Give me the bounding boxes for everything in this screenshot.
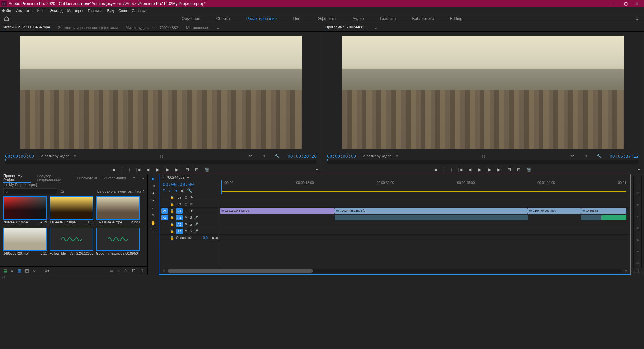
- sequence-tab[interactable]: 700244882: [166, 175, 184, 179]
- razor-tool-icon[interactable]: ✂: [152, 198, 155, 203]
- find-icon[interactable]: ⌕: [117, 268, 120, 273]
- goto-out-button[interactable]: ▶|: [175, 167, 179, 172]
- type-tool-icon[interactable]: T: [152, 228, 154, 233]
- lock-icon[interactable]: 🔒: [170, 229, 174, 233]
- program-zoom[interactable]: По размеру кадра: [361, 154, 391, 158]
- lock-icon[interactable]: 🔒: [170, 236, 174, 240]
- export-frame-button[interactable]: 📷: [204, 167, 209, 172]
- program-out-tc[interactable]: 00:05:37:12: [610, 154, 639, 159]
- overwrite-button[interactable]: ⊟: [195, 167, 198, 172]
- zoom-in-handle[interactable]: ○: [625, 269, 627, 273]
- timeline-tc[interactable]: 00:00:00:00: [163, 182, 216, 187]
- menu-Окно[interactable]: Окно: [118, 9, 127, 13]
- track-header-A1[interactable]: A1🔒A1MS🎤: [159, 214, 220, 221]
- assembly-icon[interactable]: ⬓: [3, 268, 7, 273]
- zoom-out-handle[interactable]: ○: [163, 269, 165, 273]
- add-button[interactable]: +: [316, 167, 318, 172]
- source-video-frame[interactable]: [20, 36, 302, 149]
- program-res[interactable]: 1/2: [569, 154, 574, 158]
- track-V3[interactable]: [220, 194, 630, 201]
- track-A1[interactable]: [220, 214, 630, 221]
- freeform-view-icon[interactable]: ▤: [25, 268, 29, 273]
- eye-icon[interactable]: 👁: [190, 196, 193, 199]
- sort-icon[interactable]: ≡▾: [45, 268, 49, 273]
- list-view-icon[interactable]: ≡: [11, 268, 13, 273]
- clip-item[interactable]: Follow_Me.mp32:26:12600: [50, 228, 93, 256]
- settings-icon[interactable]: 🔧: [275, 154, 280, 158]
- bracket-icon[interactable]: { }: [160, 154, 163, 158]
- voice-icon[interactable]: 🎤: [194, 216, 198, 219]
- eye-icon[interactable]: 👁: [190, 209, 193, 213]
- step-back-button[interactable]: ◀|: [146, 167, 150, 172]
- voice-icon[interactable]: 🎤: [194, 229, 198, 233]
- sync-lock-icon[interactable]: ⊡: [185, 209, 187, 213]
- master-value[interactable]: 0,0: [203, 236, 208, 240]
- lock-icon[interactable]: 🔒: [170, 196, 174, 199]
- project-tab-2[interactable]: Библиотеки: [77, 176, 97, 180]
- pen-tool-icon[interactable]: ✎: [152, 213, 155, 218]
- panel-menu-icon[interactable]: ≡: [187, 175, 189, 179]
- close-tab-icon[interactable]: ×: [162, 175, 164, 179]
- workspace-Аудио[interactable]: Аудио: [353, 16, 364, 21]
- time-ruler[interactable]: :00:0000:00:15:0000:00:30:0000:00:45:000…: [220, 180, 630, 194]
- timeline-clip[interactable]: [601, 215, 626, 220]
- mute-button[interactable]: M: [185, 216, 187, 219]
- track-target[interactable]: V3: [176, 195, 183, 200]
- project-tab-0[interactable]: Проект: My Project: [3, 173, 31, 183]
- track-A2[interactable]: [220, 221, 630, 228]
- eye-icon[interactable]: 👁: [190, 202, 193, 206]
- master-track[interactable]: 🔒Основной0,0▶◀: [159, 235, 220, 241]
- workspace-Сборка[interactable]: Сборка: [216, 16, 230, 21]
- timeline-clip[interactable]: ▭ 1164404097.mp4: [528, 208, 581, 214]
- panel-menu-icon[interactable]: ≡: [375, 26, 377, 30]
- workspace-Обучение[interactable]: Обучение: [182, 16, 200, 21]
- clip-item[interactable]: Good_Times.mp32:00:09504: [96, 228, 140, 256]
- menu-Клип[interactable]: Клип: [37, 9, 46, 13]
- menu-Вид[interactable]: Вид: [107, 9, 114, 13]
- goto-out-button[interactable]: ▶|: [497, 167, 501, 172]
- voice-icon[interactable]: 🎤: [194, 222, 198, 226]
- track-header-V3[interactable]: 🔒V3⊡👁: [159, 194, 220, 201]
- marker-button[interactable]: ◆: [112, 167, 115, 172]
- snap-icon[interactable]: ⚲: [163, 188, 166, 193]
- timeline-clip[interactable]: ▭ 700244882.mp4 [V]: [335, 208, 528, 214]
- workspace-Эффекты[interactable]: Эффекты: [318, 16, 336, 21]
- overwrite-button[interactable]: ⊟: [517, 167, 520, 172]
- tl-marker-icon[interactable]: ◆: [181, 188, 184, 193]
- panel-menu-icon[interactable]: ≡: [133, 176, 135, 180]
- mute-button[interactable]: M: [185, 222, 187, 226]
- clip-item[interactable]: 1485588720.mp45:11: [3, 228, 47, 256]
- icon-view-icon[interactable]: ▦: [17, 268, 21, 273]
- hand-tool-icon[interactable]: ✋: [151, 220, 156, 225]
- clip-item[interactable]: 700244882.mp434:19: [3, 196, 47, 225]
- ripple-tool-icon[interactable]: ✦: [152, 191, 155, 196]
- lock-icon[interactable]: 🔒: [170, 222, 174, 226]
- menu-Файл[interactable]: Файл: [2, 9, 11, 13]
- marker-icon[interactable]: ▾: [175, 188, 177, 193]
- tab-program[interactable]: Программа: 700244882: [325, 25, 365, 30]
- track-header-A2[interactable]: 🔒A2MS🎤: [159, 221, 220, 228]
- track-header-V1[interactable]: V1🔒V1⊡👁: [159, 208, 220, 214]
- track-A3[interactable]: [220, 228, 630, 235]
- step-fwd-button[interactable]: |▶: [487, 167, 491, 172]
- timeline-scrollbar[interactable]: [168, 269, 622, 273]
- menu-Графика[interactable]: Графика: [88, 9, 102, 13]
- auto-sequence-icon[interactable]: ▭: [110, 268, 113, 273]
- source-res[interactable]: 1/2: [247, 154, 252, 158]
- tab-source-2[interactable]: Микш. аудиоклипа: 700244882: [126, 26, 178, 30]
- goto-in-button[interactable]: |◀: [458, 167, 462, 172]
- program-scrubber[interactable]: [327, 160, 639, 164]
- step-fwd-button[interactable]: |▶: [165, 167, 169, 172]
- tab-source-0[interactable]: Источник: 1321103464.mp4: [3, 25, 50, 30]
- timeline-clip[interactable]: [581, 215, 601, 220]
- search-input[interactable]: [3, 188, 57, 194]
- home-button[interactable]: [0, 16, 13, 21]
- tl-settings-icon[interactable]: 🔧: [187, 188, 192, 193]
- out-button[interactable]: }: [129, 167, 130, 172]
- timeline-clip[interactable]: ▭ 1321103464.mp4: [220, 208, 335, 214]
- trash-icon[interactable]: 🗑: [140, 268, 144, 273]
- workspace-Редактирование[interactable]: Редактирование: [246, 16, 277, 21]
- zoom-slider[interactable]: ○──: [33, 268, 41, 273]
- skip-icon[interactable]: ▶◀: [212, 236, 218, 240]
- track-V1[interactable]: ▭ 1321103464.mp4▭ 700244882.mp4 [V]▭ 116…: [220, 208, 630, 214]
